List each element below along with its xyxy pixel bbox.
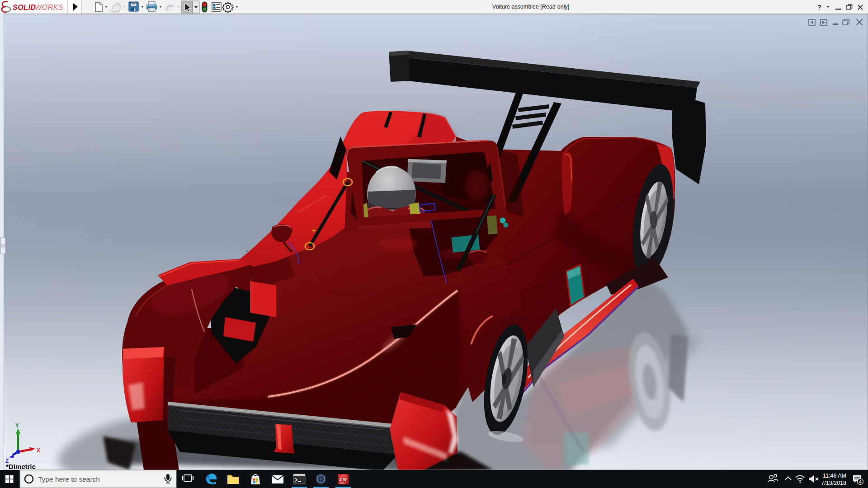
svg-text:SOLID: SOLID xyxy=(13,4,36,11)
svg-text:11:46 AM: 11:46 AM xyxy=(823,473,846,479)
svg-text:?: ? xyxy=(817,3,821,11)
svg-text:*Dimetric: *Dimetric xyxy=(6,463,36,470)
svg-text:7/13/2018: 7/13/2018 xyxy=(821,480,846,486)
svg-text:2017: 2017 xyxy=(340,481,346,484)
svg-text:WORKS: WORKS xyxy=(35,4,63,11)
svg-text:Y: Y xyxy=(15,422,19,429)
svg-text:X: X xyxy=(37,447,40,454)
svg-text:Type here to search: Type here to search xyxy=(38,475,100,483)
svg-text:4: 4 xyxy=(859,479,862,484)
